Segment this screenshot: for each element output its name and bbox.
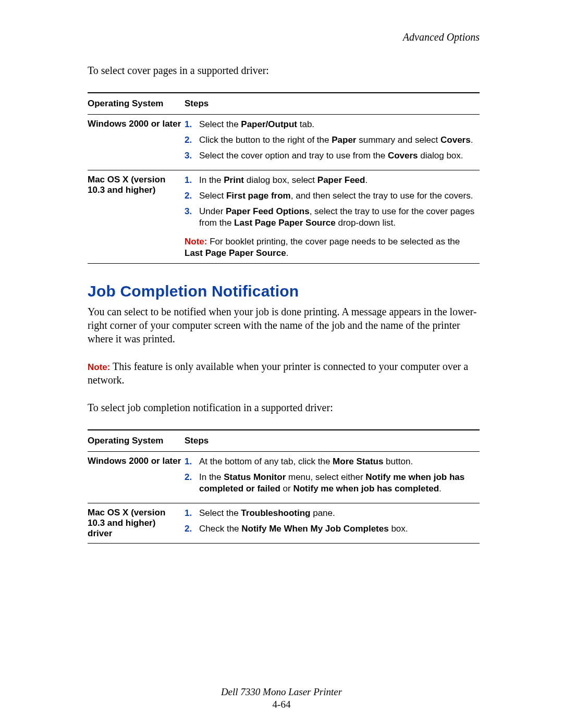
step-item: Select the Paper/Output tab. [196,119,476,134]
step-item: Click the button to the right of the Pap… [196,134,476,150]
footer-page-number: 4-64 [0,699,563,710]
note-label: Note: [88,362,110,372]
step-item: Under Paper Feed Options, select the tra… [196,206,476,233]
job-completion-description: You can select to be notified when your … [88,305,480,346]
step-item: Select the cover option and tray to use … [196,150,476,166]
table-row: Windows 2000 or laterSelect the Paper/Ou… [88,114,480,170]
job-completion-note: Note: This feature is only available whe… [88,360,480,387]
steps-cell: Select the Paper/Output tab.Click the bu… [185,114,480,170]
footer-product: Dell 7330 Mono Laser Printer [221,686,342,697]
step-item: At the bottom of any tab, click the More… [196,456,476,472]
page-header-section: Advanced Options [88,31,480,43]
page-footer: Dell 7330 Mono Laser Printer 4-64 [0,686,563,710]
os-cell: Windows 2000 or later [88,114,185,170]
steps-cell: At the bottom of any tab, click the More… [185,452,480,503]
col-os: Operating System [88,93,185,115]
col-steps: Steps [185,430,480,452]
step-item: Select the Troubleshooting pane. [196,508,476,523]
cover-pages-table: Operating System Steps Windows 2000 or l… [88,92,480,264]
step-item: In the Status Monitor menu, select eithe… [196,472,476,499]
table-row: Mac OS X (version 10.3 and higher)In the… [88,170,480,264]
heading-job-completion: Job Completion Notification [88,282,480,300]
os-cell: Mac OS X (version 10.3 and higher) drive… [88,503,185,544]
col-steps: Steps [185,93,480,115]
note-text: This feature is only available when your… [88,361,468,386]
job-notification-table: Operating System Steps Windows 2000 or l… [88,429,480,544]
steps-list: Select the Paper/Output tab.Click the bu… [185,119,476,166]
os-cell: Mac OS X (version 10.3 and higher) [88,170,185,264]
steps-cell: In the Print dialog box, select Paper Fe… [185,170,480,264]
row-note: Note: For booklet printing, the cover pa… [185,233,476,259]
intro-job-notification: To select job completion notification in… [88,401,480,415]
table-row: Mac OS X (version 10.3 and higher) drive… [88,503,480,544]
steps-list: In the Print dialog box, select Paper Fe… [185,175,476,233]
step-item: Select First page from, and then select … [196,190,476,206]
steps-cell: Select the Troubleshooting pane.Check th… [185,503,480,544]
step-item: In the Print dialog box, select Paper Fe… [196,175,476,190]
steps-list: Select the Troubleshooting pane.Check th… [185,508,476,539]
steps-list: At the bottom of any tab, click the More… [185,456,476,499]
table-row: Windows 2000 or laterAt the bottom of an… [88,452,480,503]
col-os: Operating System [88,430,185,452]
step-item: Check the Notify Me When My Job Complete… [196,523,476,539]
intro-cover-pages: To select cover pages in a supported dri… [88,64,480,78]
os-cell: Windows 2000 or later [88,452,185,503]
